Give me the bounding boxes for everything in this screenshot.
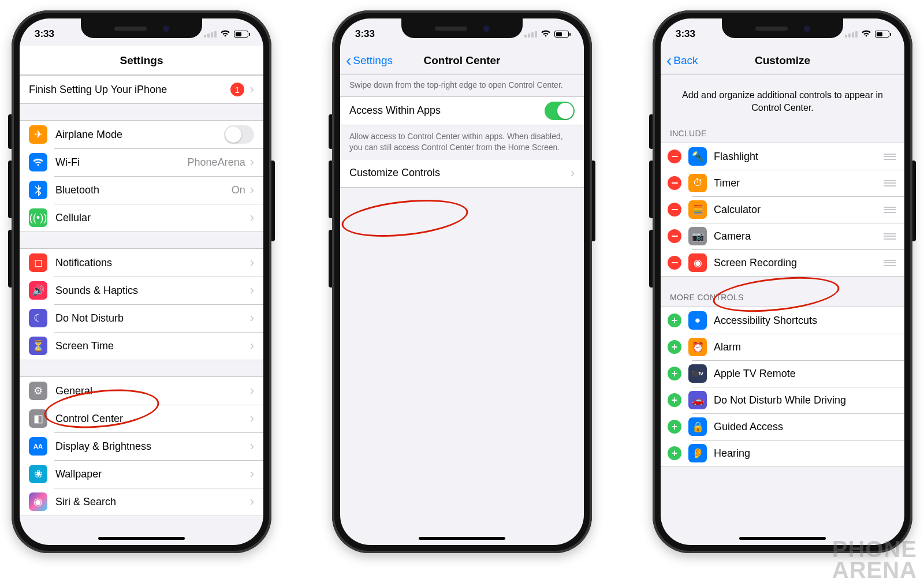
item-label: Do Not Disturb While Driving xyxy=(714,394,896,406)
access-within-apps-row[interactable]: Access Within Apps xyxy=(340,97,584,125)
screen-time-row[interactable]: ⏳ Screen Time › xyxy=(20,332,263,360)
drag-handle[interactable] xyxy=(884,207,896,213)
wifi-icon xyxy=(220,29,230,39)
general-label: General xyxy=(55,385,250,397)
siri-row[interactable]: ◉ Siri & Search › xyxy=(20,488,263,516)
status-time: 3:33 xyxy=(676,28,695,40)
cellular-icon: ((•)) xyxy=(29,208,47,227)
item-label: Guided Access xyxy=(714,421,896,433)
include-item-calculator[interactable]: 🧮Calculator xyxy=(661,196,904,223)
remove-button[interactable] xyxy=(668,203,681,217)
battery-icon xyxy=(554,31,569,38)
caption-text: Allow access to Control Center within ap… xyxy=(340,128,584,159)
chevron-right-icon: › xyxy=(250,494,254,509)
include-item-flashlight[interactable]: 🔦Flashlight xyxy=(661,143,904,170)
bluetooth-icon xyxy=(29,181,47,199)
add-button[interactable]: + xyxy=(668,313,681,327)
home-indicator[interactable] xyxy=(98,537,185,540)
back-button[interactable]: ‹ Settings xyxy=(346,46,393,74)
add-button[interactable]: + xyxy=(668,393,681,407)
wifi-icon xyxy=(541,29,551,39)
add-button[interactable]: + xyxy=(668,367,681,380)
bluetooth-value: On xyxy=(232,184,245,196)
include-header: INCLUDE xyxy=(661,124,904,143)
more-item-apple-tv-remote[interactable]: +⬛tvApple TV Remote xyxy=(661,360,904,387)
general-row[interactable]: ⚙︎ General › xyxy=(20,377,263,405)
back-button[interactable]: ‹ Back xyxy=(666,46,698,74)
phone-control-center: 3:33 ‹ Settings Control Center xyxy=(332,10,592,553)
phone-settings: 3:33 Settings Finish Settin xyxy=(12,10,271,553)
more-item-alarm[interactable]: +⏰Alarm xyxy=(661,334,904,360)
siri-icon: ◉ xyxy=(29,492,47,511)
display-icon: AA xyxy=(29,437,47,456)
include-item-camera[interactable]: 📷Camera xyxy=(661,223,904,249)
sounds-row[interactable]: 🔊 Sounds & Haptics › xyxy=(20,277,263,304)
item-label: Flashlight xyxy=(714,151,884,163)
home-indicator[interactable] xyxy=(419,537,505,540)
remove-button[interactable] xyxy=(668,150,681,163)
access-label: Access Within Apps xyxy=(349,104,545,117)
cellular-label: Cellular xyxy=(55,212,250,224)
drag-handle[interactable] xyxy=(884,260,896,266)
chevron-right-icon: › xyxy=(250,466,254,482)
page-title: Customize xyxy=(755,54,810,67)
nav-header: ‹ Back Customize xyxy=(661,46,904,75)
wifi-settings-icon xyxy=(29,153,47,171)
chevron-right-icon: › xyxy=(250,311,254,326)
notification-badge: 1 xyxy=(230,83,244,96)
display-label: Display & Brightness xyxy=(55,441,250,453)
chevron-right-icon: › xyxy=(571,166,575,181)
finish-setup-row[interactable]: Finish Setting Up Your iPhone 1 › xyxy=(20,76,263,103)
remove-button[interactable] xyxy=(668,256,681,270)
add-button[interactable]: + xyxy=(668,420,681,434)
wallpaper-row[interactable]: ❀ Wallpaper › xyxy=(20,460,263,488)
dnd-row[interactable]: ☾ Do Not Disturb › xyxy=(20,304,263,332)
watermark: PHONE ARENA xyxy=(832,539,917,580)
drag-handle[interactable] xyxy=(884,180,896,186)
gear-icon: ⚙︎ xyxy=(29,382,47,400)
display-row[interactable]: AA Display & Brightness › xyxy=(20,432,263,460)
customize-controls-label: Customize Controls xyxy=(349,167,571,179)
chevron-left-icon: ‹ xyxy=(346,53,351,69)
airplane-mode-row[interactable]: ✈︎ Airplane Mode xyxy=(20,121,263,148)
airplane-icon: ✈︎ xyxy=(29,125,47,144)
dnd-driving-icon: 🚗 xyxy=(688,391,707,409)
notifications-row[interactable]: ◻︎ Notifications › xyxy=(20,249,263,277)
chevron-right-icon: › xyxy=(250,411,254,426)
page-title: Settings xyxy=(120,54,163,67)
more-item-hearing[interactable]: +👂Hearing xyxy=(661,440,904,466)
wifi-label: Wi-Fi xyxy=(55,156,188,169)
bluetooth-row[interactable]: Bluetooth On › xyxy=(20,176,263,204)
airplane-mode-toggle[interactable] xyxy=(224,125,254,144)
include-item-timer[interactable]: ⏱Timer xyxy=(661,170,904,196)
access-toggle[interactable] xyxy=(545,102,575,120)
accessibility-icon: ● xyxy=(688,311,707,330)
alarm-icon: ⏰ xyxy=(688,338,707,356)
back-label: Back xyxy=(673,54,698,67)
finish-setup-label: Finish Setting Up Your iPhone xyxy=(29,84,230,96)
cellular-signal-icon xyxy=(524,31,537,38)
more-item-accessibility[interactable]: +●Accessibility Shortcuts xyxy=(661,307,904,334)
item-label: Camera xyxy=(714,230,884,242)
dnd-label: Do Not Disturb xyxy=(55,312,250,324)
control-center-row[interactable]: ◧ Control Center › xyxy=(20,405,263,432)
back-label: Settings xyxy=(353,54,393,67)
drag-handle[interactable] xyxy=(884,233,896,240)
more-item-guided-access[interactable]: +🔒Guided Access xyxy=(661,413,904,440)
cellular-row[interactable]: ((•)) Cellular › xyxy=(20,204,263,232)
drag-handle[interactable] xyxy=(884,154,896,160)
include-item-screen-recording[interactable]: ◉Screen Recording xyxy=(661,249,904,276)
guided-access-icon: 🔒 xyxy=(688,417,707,436)
add-button[interactable]: + xyxy=(668,446,681,460)
wallpaper-label: Wallpaper xyxy=(55,468,250,480)
remove-button[interactable] xyxy=(668,176,681,190)
add-button[interactable]: + xyxy=(668,340,681,354)
home-indicator[interactable] xyxy=(739,537,826,540)
more-item-dnd-driving[interactable]: +🚗Do Not Disturb While Driving xyxy=(661,387,904,413)
item-label: Timer xyxy=(714,177,884,189)
customize-controls-row[interactable]: Customize Controls › xyxy=(340,159,584,187)
hourglass-icon: ⏳ xyxy=(29,337,47,355)
remove-button[interactable] xyxy=(668,229,681,243)
wifi-row[interactable]: Wi-Fi PhoneArena › xyxy=(20,148,263,176)
battery-icon xyxy=(234,31,248,38)
